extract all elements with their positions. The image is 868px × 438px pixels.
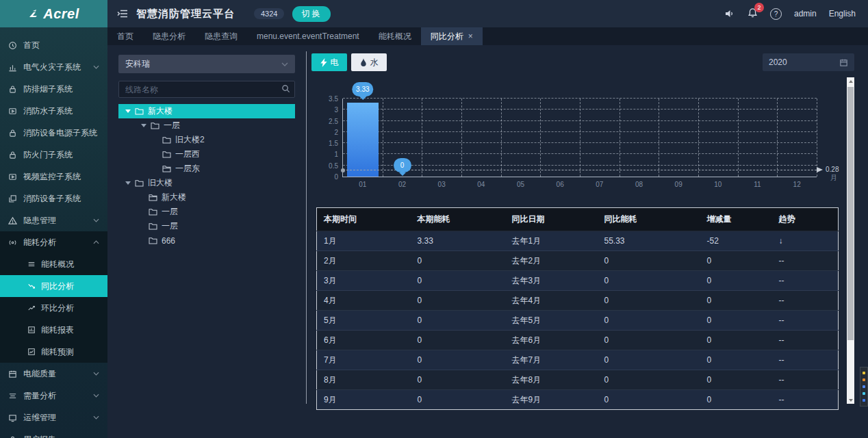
lock-icon <box>8 129 17 138</box>
sidebar-item-ops-mgmt[interactable]: 运维管理 <box>0 407 107 428</box>
close-icon[interactable]: × <box>468 27 473 45</box>
sidebar-item-home[interactable]: 首页 <box>0 34 107 56</box>
main-content: 电 水 2020 00.511.522.533.5010203040506070… <box>306 45 868 438</box>
username[interactable]: admin <box>794 9 817 18</box>
tab-home[interactable]: 首页 <box>107 27 143 45</box>
tree-node[interactable]: 旧大楼 <box>118 176 295 190</box>
tree-node-label: 新大楼 <box>148 105 173 117</box>
col-yoy-date: 同比日期 <box>505 208 598 231</box>
tree-node[interactable]: 一层西 <box>118 147 295 162</box>
sidebar-item-energy-analysis[interactable]: 能耗分析 <box>0 231 107 253</box>
logo-text: Acrel <box>43 6 79 22</box>
sidebar-subitem-yoy-analysis[interactable]: 同比分析 <box>0 275 107 297</box>
collapse-menu-icon[interactable] <box>117 9 128 18</box>
tree-node[interactable]: 旧大楼2 <box>118 133 295 147</box>
table-row: 2月0去年2月00-- <box>317 251 839 271</box>
sidebar-item-label: 运维管理 <box>23 412 56 424</box>
x-tick-label: 11 <box>754 181 761 188</box>
notification-bell[interactable]: 2 <box>748 8 758 20</box>
tab-energy-overview[interactable]: 能耗概况 <box>369 27 421 45</box>
tree-node-label: 旧大楼 <box>148 177 173 189</box>
tree-node[interactable]: 一层 <box>118 118 295 133</box>
col-period-time: 本期时间 <box>317 208 411 231</box>
sidebar-subitem-energy-forecast[interactable]: 能耗预测 <box>0 341 107 363</box>
search-input[interactable] <box>118 81 295 98</box>
folder-icon <box>149 222 157 230</box>
table-body: 1月3.33去年1月55.33-52↓ 2月0去年2月00-- 3月0去年3月0… <box>317 231 839 410</box>
sidebar-item-power-quality[interactable]: 电能质量 <box>0 363 107 385</box>
tab-hazard-analysis[interactable]: 隐患分析 <box>143 27 195 45</box>
sidebar-subitem-label: 同比分析 <box>41 281 74 292</box>
caret-down-icon[interactable] <box>141 124 146 127</box>
tab-bar: 首页 隐患分析 隐患查询 menu.event.eventTreatment 能… <box>107 27 868 45</box>
v-gridline <box>501 99 502 177</box>
scroll-up-icon[interactable] <box>847 77 854 85</box>
sidebar-subitem-mom-analysis[interactable]: 环比分析 <box>0 297 107 319</box>
sidebar-subitem-label: 能耗预测 <box>41 346 74 358</box>
scroll-down-icon[interactable] <box>847 396 854 404</box>
trend-up-icon <box>27 304 36 312</box>
tab-label: menu.event.eventTreatment <box>257 27 359 45</box>
tree-node[interactable]: 新大楼 <box>118 104 295 118</box>
company-select[interactable]: 安科瑞 <box>118 55 295 73</box>
sidebar-item-label: 防排烟子系统 <box>23 83 73 95</box>
folder-icon <box>151 122 159 129</box>
sidebar-item-video-monitor[interactable]: 视频监控子系统 <box>0 166 107 188</box>
tree-node[interactable]: 一层 <box>118 205 295 219</box>
help-icon[interactable] <box>770 8 782 20</box>
building-tree: 新大楼 一层 旧大楼2 一层西 一层东 旧大楼 新大楼 一层 一层 666 <box>118 104 295 248</box>
sidebar-item-label: 首页 <box>23 40 40 51</box>
search-icon[interactable] <box>281 84 290 93</box>
tree-node-label: 一层 <box>162 206 178 218</box>
warning-icon <box>8 216 17 225</box>
tree-node[interactable]: 一层东 <box>118 162 295 176</box>
sidebar-item-hazard-mgmt[interactable]: 隐患管理 <box>0 209 107 231</box>
lines-icon <box>8 391 17 400</box>
tab-hazard-query[interactable]: 隐患查询 <box>195 27 247 45</box>
folder-icon <box>149 237 157 244</box>
tab-yoy-analysis[interactable]: 同比分析 × <box>421 27 483 45</box>
v-gridline <box>461 99 462 177</box>
chevron-down-icon <box>93 65 99 69</box>
tree-node[interactable]: 666 <box>118 233 295 248</box>
sidebar-item-label: 防火门子系统 <box>23 149 73 161</box>
col-period-energy: 本期能耗 <box>411 208 505 231</box>
y-tick-label: 1.5 <box>329 140 338 147</box>
header-right: 2 admin English <box>724 8 856 20</box>
energy-icon <box>8 238 17 247</box>
speaker-icon[interactable] <box>724 9 735 18</box>
scrollbar-thumb[interactable] <box>847 87 854 340</box>
sidebar-item-electrical-fire[interactable]: 电气火灾子系统 <box>0 56 107 78</box>
caret-down-icon[interactable] <box>125 110 131 113</box>
sidebar-item-fire-door[interactable]: 防火门子系统 <box>0 144 107 166</box>
v-gridline <box>383 99 383 177</box>
sidebar-subitem-energy-overview[interactable]: 能耗概况 <box>0 253 107 275</box>
tab-event-treatment[interactable]: menu.event.eventTreatment <box>247 27 369 45</box>
sidebar-item-demand-analysis[interactable]: 需量分析 <box>0 385 107 407</box>
water-button[interactable]: 水 <box>351 53 387 71</box>
tree-node-label: 一层西 <box>175 149 200 160</box>
sidebar-item-fire-equipment[interactable]: 消防设备子系统 <box>0 188 107 209</box>
table-row: 6月0去年6月00-- <box>317 331 839 350</box>
tree-node-label: 新大楼 <box>162 192 186 203</box>
sidebar-subitem-energy-report[interactable]: 能耗报表 <box>0 319 107 341</box>
x-tick-label: 10 <box>714 181 722 188</box>
tree-node[interactable]: 一层 <box>118 219 295 233</box>
switch-button[interactable]: 切换 <box>292 6 331 22</box>
v-gridline <box>777 99 778 177</box>
sidebar-item-fire-power[interactable]: 消防设备电源子系统 <box>0 122 107 144</box>
sidebar-item-user-report[interactable]: 用户报告 <box>0 428 107 438</box>
year-picker[interactable]: 2020 <box>763 53 854 71</box>
chevron-down-icon <box>93 218 99 222</box>
tree-node[interactable]: 新大楼 <box>118 190 295 205</box>
caret-down-icon[interactable] <box>125 181 131 185</box>
language-switch[interactable]: English <box>829 9 856 18</box>
table-row: 1月3.33去年1月55.33-52↓ <box>317 231 839 251</box>
sidebar-item-label: 电气火灾子系统 <box>23 62 81 73</box>
sidebar-item-label: 需量分析 <box>23 390 56 402</box>
electric-button[interactable]: 电 <box>311 53 347 71</box>
sidebar-item-smoke-control[interactable]: 防排烟子系统 <box>0 78 107 100</box>
main-scrollbar[interactable] <box>847 77 854 404</box>
sidebar-item-fire-water[interactable]: 消防水子系统 <box>0 100 107 122</box>
folder-open-icon <box>162 165 171 172</box>
